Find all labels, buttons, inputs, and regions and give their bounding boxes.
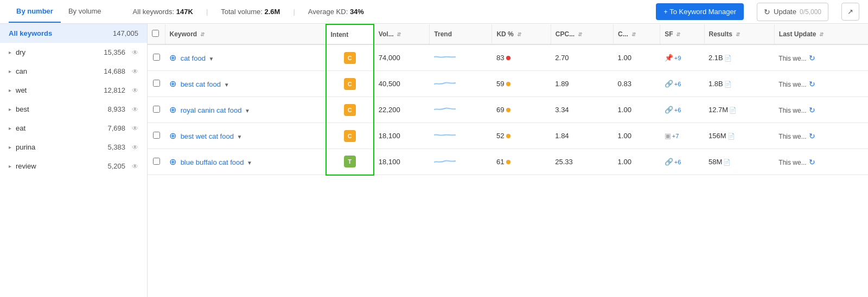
sidebar-item-eat[interactable]: ▸ eat 7,698 👁 bbox=[0, 119, 147, 138]
col-header-sf[interactable]: SF ⇵ bbox=[660, 24, 704, 44]
kd-value: 83 bbox=[496, 54, 504, 62]
sidebar: All keywords 147,005 ▸ dry 15,356 👁 ▸ ca… bbox=[0, 24, 148, 297]
kd-indicator bbox=[506, 108, 510, 112]
trend-sparkline bbox=[434, 76, 461, 89]
sidebar-item-review[interactable]: ▸ review 5,205 👁 bbox=[0, 157, 147, 176]
col-header-volume[interactable]: Vol... ⇵ bbox=[374, 24, 430, 44]
keyword-link[interactable]: best cat food bbox=[181, 80, 221, 88]
row-checkbox[interactable] bbox=[153, 132, 160, 139]
add-keyword-button[interactable]: ⊕ bbox=[169, 158, 176, 166]
trend-cell bbox=[430, 123, 492, 149]
results-cell: 12.7M📄 bbox=[704, 97, 774, 123]
keyword-link[interactable]: cat food bbox=[181, 54, 206, 62]
trend-cell bbox=[430, 97, 492, 123]
last-update-cell: This we...↻ bbox=[774, 97, 868, 123]
col-header-kd[interactable]: KD % ⇵ bbox=[492, 24, 551, 44]
refresh-row-icon[interactable]: ↻ bbox=[809, 54, 815, 62]
tab-by-volume[interactable]: By volume bbox=[61, 1, 109, 23]
dropdown-arrow-icon[interactable]: ▼ bbox=[224, 82, 229, 88]
volume-cell: 22,200 bbox=[374, 97, 430, 123]
sf-count: +6 bbox=[674, 159, 681, 165]
results-value: 58M bbox=[709, 158, 722, 166]
trend-sparkline bbox=[434, 154, 461, 167]
eye-icon: 👁 bbox=[132, 106, 138, 113]
col-header-results[interactable]: Results ⇵ bbox=[704, 24, 774, 44]
sort-icon: ⇵ bbox=[675, 31, 681, 37]
chevron-icon: ▸ bbox=[9, 87, 11, 93]
keyword-manager-button[interactable]: + To Keyword Manager bbox=[656, 3, 744, 20]
last-update-value: This we... bbox=[778, 107, 806, 114]
sort-icon: ⇵ bbox=[818, 31, 824, 37]
stat-total-volume: Total volume: 2.6M bbox=[221, 8, 280, 16]
keyword-link[interactable]: best wet cat food bbox=[181, 132, 234, 140]
dropdown-arrow-icon[interactable]: ▼ bbox=[245, 108, 250, 114]
intent-badge: C bbox=[344, 104, 356, 116]
eye-icon: 👁 bbox=[132, 144, 138, 151]
keywords-table: Keyword ⇵IntentVol... ⇵TrendKD % ⇵CPC...… bbox=[148, 24, 868, 176]
sf-count: +7 bbox=[672, 133, 679, 139]
trend-sparkline bbox=[434, 50, 461, 63]
refresh-row-icon[interactable]: ↻ bbox=[809, 158, 815, 166]
sidebar-item-best[interactable]: ▸ best 8,933 👁 bbox=[0, 100, 147, 119]
sidebar-item-purina[interactable]: ▸ purina 5,383 👁 bbox=[0, 138, 147, 157]
dropdown-arrow-icon[interactable]: ▼ bbox=[237, 134, 242, 140]
tab-group: By number By volume bbox=[9, 1, 109, 23]
eye-icon: 👁 bbox=[132, 125, 138, 132]
dropdown-arrow-icon[interactable]: ▼ bbox=[247, 160, 252, 166]
add-keyword-button[interactable]: ⊕ bbox=[169, 54, 176, 62]
intent-badge: C bbox=[344, 130, 356, 142]
last-update-cell: This we...↻ bbox=[774, 44, 868, 71]
keyword-link[interactable]: blue buffalo cat food bbox=[181, 158, 244, 166]
kd-cell: 83 bbox=[492, 44, 551, 71]
keyword-link[interactable]: royal canin cat food bbox=[181, 106, 242, 114]
intent-badge: C bbox=[344, 78, 356, 90]
sidebar-item-count: 8,933 bbox=[107, 105, 125, 113]
add-keyword-button[interactable]: ⊕ bbox=[169, 106, 176, 114]
volume-cell: 18,100 bbox=[374, 149, 430, 175]
sidebar-item-all-keywords[interactable]: All keywords 147,005 bbox=[0, 24, 147, 43]
add-keyword-button[interactable]: ⊕ bbox=[169, 132, 176, 140]
tab-by-number[interactable]: By number bbox=[9, 1, 61, 23]
sidebar-item-wet[interactable]: ▸ wet 12,812 👁 bbox=[0, 81, 147, 100]
cpc-cell: 1.89 bbox=[551, 71, 613, 97]
kd-value: 69 bbox=[496, 106, 504, 114]
add-keyword-button[interactable]: ⊕ bbox=[169, 80, 176, 88]
sidebar-item-count: 12,812 bbox=[104, 86, 125, 94]
dropdown-arrow-icon[interactable]: ▼ bbox=[209, 56, 214, 62]
com-cell: 1.00 bbox=[614, 44, 660, 71]
refresh-row-icon[interactable]: ↻ bbox=[809, 106, 815, 114]
col-header-lastupdate[interactable]: Last Update ⇵ bbox=[774, 24, 868, 44]
doc-icon: 📄 bbox=[727, 133, 735, 139]
intent-badge: C bbox=[344, 52, 356, 64]
kd-indicator bbox=[506, 160, 510, 164]
sidebar-item-label: All keywords bbox=[9, 29, 52, 37]
select-all-checkbox[interactable] bbox=[152, 30, 159, 37]
col-header-com[interactable]: C... ⇵ bbox=[614, 24, 660, 44]
chevron-icon: ▸ bbox=[9, 106, 11, 112]
main-layout: All keywords 147,005 ▸ dry 15,356 👁 ▸ ca… bbox=[0, 24, 868, 297]
sort-icon: ⇵ bbox=[630, 31, 636, 37]
row-checkbox[interactable] bbox=[153, 80, 160, 87]
row-checkbox[interactable] bbox=[153, 54, 160, 61]
chevron-icon: ▸ bbox=[9, 125, 11, 131]
sidebar-item-can[interactable]: ▸ can 14,688 👁 bbox=[0, 62, 147, 81]
col-header-keyword[interactable]: Keyword ⇵ bbox=[165, 24, 326, 44]
share-button[interactable]: ↗ bbox=[841, 3, 859, 21]
row-checkbox[interactable] bbox=[153, 106, 160, 113]
refresh-row-icon[interactable]: ↻ bbox=[809, 80, 815, 88]
sidebar-item-dry[interactable]: ▸ dry 15,356 👁 bbox=[0, 43, 147, 62]
kd-cell: 52 bbox=[492, 123, 551, 149]
doc-icon: 📄 bbox=[724, 55, 732, 61]
sidebar-item-count: 147,005 bbox=[113, 29, 138, 37]
refresh-row-icon[interactable]: ↻ bbox=[809, 132, 815, 140]
intent-badge: T bbox=[344, 156, 356, 167]
update-button[interactable]: ↻ Update 0/5,000 bbox=[757, 3, 828, 21]
sf-cell: 📌+9 bbox=[660, 44, 704, 71]
pin-icon: 📌 bbox=[665, 54, 673, 62]
refresh-icon: ↻ bbox=[764, 8, 770, 16]
col-header-cpc[interactable]: CPC... ⇵ bbox=[551, 24, 613, 44]
kd-indicator bbox=[506, 56, 510, 60]
last-update-value: This we... bbox=[778, 133, 806, 140]
trend-sparkline bbox=[434, 128, 461, 141]
row-checkbox[interactable] bbox=[153, 158, 160, 165]
